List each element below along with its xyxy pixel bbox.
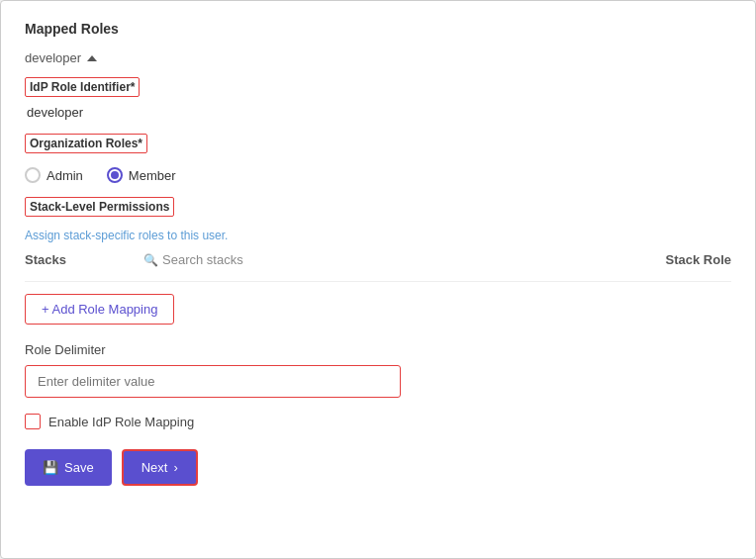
footer-buttons: 💾 Save Next › (25, 449, 731, 486)
enable-idp-checkbox[interactable] (25, 414, 41, 429)
divider (25, 281, 731, 282)
org-roles-label: Organization Roles* (25, 134, 147, 153)
main-window: Mapped Roles developer IdP Role Identifi… (0, 0, 756, 559)
chevron-up-icon[interactable] (87, 55, 97, 61)
radio-member-label: Member (129, 168, 176, 183)
stack-permissions-label: Stack-Level Permissions (25, 197, 174, 217)
radio-admin-circle[interactable] (25, 167, 41, 183)
role-delimiter-section: Role Delimiter (25, 342, 731, 398)
idp-role-label: IdP Role Identifier* (25, 77, 140, 97)
next-label: Next (142, 460, 168, 475)
radio-member[interactable]: Member (107, 167, 176, 183)
idp-role-value: developer (25, 105, 731, 120)
stacks-header-row: Stacks 🔍 Search stacks Stack Role (25, 252, 731, 267)
save-label: Save (64, 460, 94, 475)
enable-idp-section: Enable IdP Role Mapping (25, 414, 731, 429)
add-role-mapping-button[interactable]: + Add Role Mapping (25, 294, 174, 325)
page-title: Mapped Roles (25, 21, 731, 37)
search-stacks-container[interactable]: 🔍 Search stacks (143, 252, 573, 267)
developer-label: developer (25, 50, 81, 65)
stack-permissions-subtitle: Assign stack-specific roles to this user… (25, 229, 731, 242)
search-icon: 🔍 (143, 253, 158, 267)
radio-admin-label: Admin (47, 168, 83, 183)
save-button[interactable]: 💾 Save (25, 449, 112, 486)
role-delimiter-label: Role Delimiter (25, 342, 731, 357)
org-roles-radio-group: Admin Member (25, 167, 731, 183)
radio-admin[interactable]: Admin (25, 167, 83, 183)
search-stacks-label[interactable]: Search stacks (162, 252, 243, 267)
save-icon: 💾 (43, 460, 58, 475)
developer-section-header: developer (25, 50, 731, 65)
radio-member-circle[interactable] (107, 167, 123, 183)
next-button[interactable]: Next › (122, 449, 198, 486)
stacks-col-header: Stacks (25, 252, 143, 267)
next-arrow-icon: › (173, 460, 177, 475)
org-roles-section: Organization Roles* Admin Member (25, 134, 731, 183)
enable-idp-label: Enable IdP Role Mapping (48, 415, 194, 429)
delimiter-input[interactable] (25, 365, 401, 398)
stack-role-col-header: Stack Role (573, 252, 731, 267)
stack-permissions-section: Stack-Level Permissions Assign stack-spe… (25, 197, 731, 267)
